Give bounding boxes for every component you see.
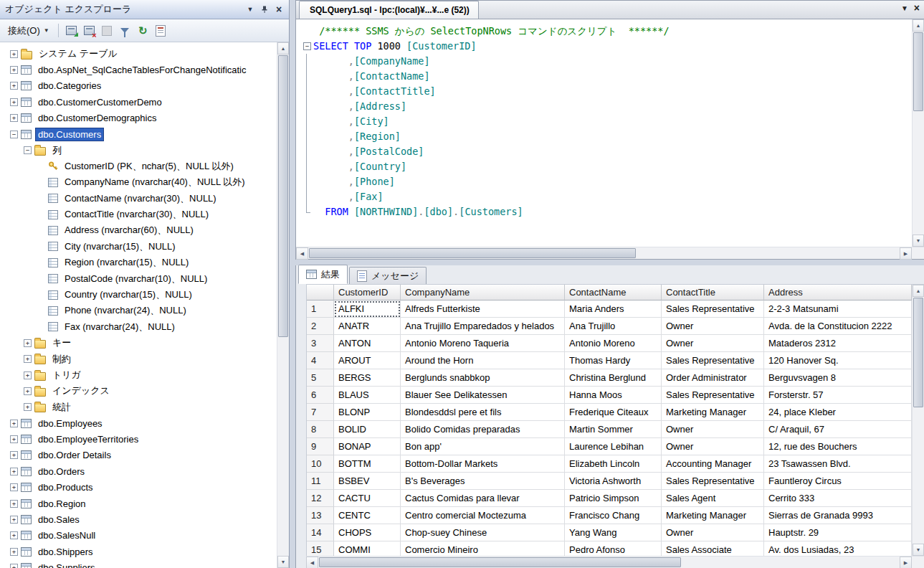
grid-cell[interactable]: Christina Berglund (565, 369, 662, 387)
grid-cell[interactable]: AROUT (334, 352, 401, 369)
tree-item[interactable]: +キー (0, 335, 277, 351)
tree-item[interactable]: +dbo.SalesNull (0, 528, 277, 544)
row-header[interactable]: 13 (307, 507, 334, 524)
grid-cell[interactable]: Antonio Moreno Taqueria (401, 335, 565, 352)
tree-item[interactable]: +Country (nvarchar(15)、NULL) (0, 287, 277, 303)
grid-cell[interactable]: ANATR (334, 318, 401, 335)
grid-cell[interactable]: BLAUS (334, 387, 401, 404)
row-header[interactable]: 1 (307, 300, 334, 318)
tree-item[interactable]: +統計 (0, 399, 277, 415)
grid-cell[interactable]: Berglunds snabbkop (401, 369, 565, 387)
scroll-up-icon[interactable]: ▲ (913, 19, 924, 32)
grid-cell[interactable]: 2-2-3 Matsunami (764, 300, 912, 318)
grid-cell[interactable]: Sierras de Granada 9993 (764, 507, 912, 524)
grid-cell[interactable]: Av. dos Lusiadas, 23 (764, 541, 912, 556)
tree-item[interactable]: +PostalCode (nvarchar(10)、NULL) (0, 270, 277, 286)
column-header[interactable]: ContactName (565, 285, 662, 300)
grid-cell[interactable]: Owner (662, 524, 764, 541)
expand-icon[interactable]: + (10, 82, 18, 90)
expand-icon[interactable]: + (24, 371, 32, 379)
expand-icon[interactable]: + (24, 387, 32, 395)
row-header[interactable]: 15 (307, 541, 334, 556)
grid-cell[interactable]: Berguvsvagen 8 (764, 369, 912, 387)
grid-cell[interactable]: Sales Representative (662, 473, 764, 490)
scroll-down-icon[interactable]: ▼ (277, 556, 289, 568)
refresh-button[interactable]: ↻ (135, 22, 151, 39)
stop-button[interactable] (99, 22, 115, 39)
tree-item[interactable]: +Region (nvarchar(15)、NULL) (0, 255, 277, 270)
grid-cell[interactable]: BERGS (334, 369, 401, 387)
row-header[interactable]: 6 (307, 387, 334, 404)
scroll-up-icon[interactable]: ▲ (277, 42, 289, 55)
grid-cell[interactable]: Around the Horn (401, 352, 565, 369)
grid-cell[interactable]: Owner (662, 421, 764, 438)
tree-item[interactable]: +ContactName (nvarchar(30)、NULL) (0, 191, 277, 207)
expand-icon[interactable]: + (10, 98, 18, 106)
row-header[interactable]: 2 (307, 318, 334, 335)
grid-cell[interactable]: ANTON (334, 335, 401, 352)
grid-hscroll-thumb[interactable] (319, 557, 681, 567)
tree-item[interactable]: −列 (0, 142, 277, 158)
tree-item[interactable]: +dbo.CustomerCustomerDemo (0, 94, 277, 110)
grid-cell[interactable]: Marketing Manager (662, 507, 764, 524)
grid-cell[interactable]: Blondesddsl pere et fils (401, 404, 565, 421)
tree-item[interactable]: +Address (nvarchar(60)、NULL) (0, 222, 277, 238)
grid-cell[interactable]: 12, rue des Bouchers (764, 438, 912, 455)
grid-cell[interactable]: Sales Agent (662, 490, 764, 507)
grid-cell[interactable]: Cactus Comidas para llevar (401, 490, 565, 507)
scroll-down-icon[interactable]: ▼ (913, 235, 924, 247)
tree-item[interactable]: +CompanyName (nvarchar(40)、NULL 以外) (0, 174, 277, 190)
row-header[interactable]: 7 (307, 404, 334, 421)
connect-button[interactable]: 接続(O) ▼ (4, 22, 54, 40)
grid-cell[interactable]: CHOPS (334, 524, 401, 541)
grid-cell[interactable]: Victoria Ashworth (565, 473, 662, 490)
expand-icon[interactable]: + (10, 483, 18, 491)
tree-item[interactable]: +dbo.Employees (0, 415, 277, 431)
tree-item[interactable]: +dbo.Region (0, 496, 277, 511)
grid-cell[interactable]: Ana Trujillo (565, 318, 662, 335)
grid-cell[interactable]: Owner (662, 318, 764, 335)
grid-cell[interactable]: Yang Wang (565, 524, 662, 541)
grid-scroll-thumb[interactable] (913, 298, 923, 407)
grid-cell[interactable]: Antonio Moreno (565, 335, 662, 352)
tree-item[interactable]: +ContactTitle (nvarchar(30)、NULL) (0, 207, 277, 222)
column-header[interactable]: CompanyName (401, 285, 565, 300)
editor-vertical-scrollbar[interactable]: ▲ ▼ (912, 19, 924, 247)
scroll-down-icon[interactable]: ▼ (913, 544, 924, 556)
code-area[interactable]: /****** SSMS からの SelectTopNRows コマンドのスクリ… (296, 19, 912, 247)
close-document-icon[interactable]: × (914, 4, 920, 12)
grid-cell[interactable]: Comercio Mineiro (401, 541, 565, 556)
grid-cell[interactable]: Forsterstr. 57 (764, 387, 912, 404)
tree-item[interactable]: +dbo.Orders (0, 463, 277, 479)
tree-item[interactable]: −dbo.Customers (0, 126, 277, 142)
grid-cell[interactable]: Sales Representative (662, 352, 764, 369)
row-header[interactable]: 14 (307, 524, 334, 541)
row-header[interactable]: 12 (307, 490, 334, 507)
grid-cell[interactable]: COMMI (334, 541, 401, 556)
tab-list-dropdown-icon[interactable]: ▼ (901, 4, 908, 12)
tree-item[interactable]: +Fax (nvarchar(24)、NULL) (0, 319, 277, 335)
grid-cell[interactable]: Bon app' (401, 438, 565, 455)
tab-results[interactable]: 結果 (298, 265, 348, 284)
grid-cell[interactable]: Hauptstr. 29 (764, 524, 912, 541)
tree-item[interactable]: +dbo.Categories (0, 78, 277, 94)
grid-cell[interactable]: Ana Trujillo Emparedados y helados (401, 318, 565, 335)
tree-item[interactable]: +dbo.Shippers (0, 544, 277, 559)
row-header[interactable]: 5 (307, 369, 334, 387)
disconnect-server-button[interactable] (81, 22, 97, 39)
grid-cell[interactable]: Martin Sommer (565, 421, 662, 438)
tree-item[interactable]: +dbo.Sales (0, 511, 277, 527)
grid-cell[interactable]: Francisco Chang (565, 507, 662, 524)
filter-button[interactable] (117, 22, 133, 39)
expand-icon[interactable]: + (24, 339, 32, 347)
close-panel-icon[interactable]: × (272, 4, 286, 16)
grid-cell[interactable]: ALFKI (334, 300, 401, 318)
tree-scroll-track[interactable] (277, 55, 289, 556)
grid-cell[interactable]: Thomas Hardy (565, 352, 662, 369)
grid-cell[interactable]: Hanna Moos (565, 387, 662, 404)
grid-hscroll-track[interactable] (318, 557, 900, 568)
grid-cell[interactable]: Frederique Citeaux (565, 404, 662, 421)
column-header[interactable]: CustomerID (334, 285, 401, 300)
grid-cell[interactable]: Chop-suey Chinese (401, 524, 565, 541)
editor-hscroll-track[interactable] (308, 247, 900, 259)
